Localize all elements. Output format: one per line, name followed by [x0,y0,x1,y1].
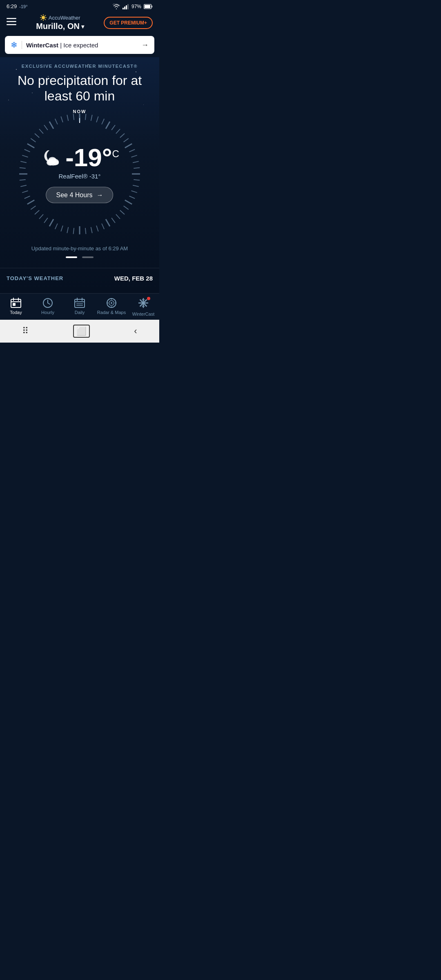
nav-today[interactable]: Today [0,298,32,316]
battery-level: 97% [131,4,141,9]
nav-daily-label: Daily [75,310,85,315]
nav-today-label: Today [10,310,22,315]
todays-weather-header: TODAY'S WEATHER WED, FEB 28 [0,268,159,285]
svg-rect-9 [7,24,16,25]
svg-rect-5 [145,5,150,8]
nav-radar[interactable]: Radar & Maps [96,298,127,316]
page-dots [0,256,159,268]
status-right: 97% [113,4,153,9]
update-text: Updated minute-by-minute as of 6:29 AM [0,237,159,256]
wintercast-badge [138,298,149,310]
nav-wintercast[interactable]: WinterCast [127,298,159,316]
nav-wintercast-label: WinterCast [132,312,154,316]
menu-button[interactable] [7,18,16,27]
svg-line-15 [41,15,42,16]
app-logo: AccuWeather [40,14,80,21]
chevron-down-icon: ▾ [81,23,84,30]
recents-button[interactable]: ⠿ [22,326,29,336]
radar-icon [106,298,117,308]
minutecast-label: EXCLUSIVE ACCUWEATHER MINUTECAST® [0,64,159,69]
wintercast-text: WinterCast | Ice expected [26,42,137,49]
dot-1 [66,256,77,258]
system-nav-bar: ⠿ ⬜ ‹ [0,320,159,343]
minutecast-gauge: // This is done via JS below NOW [16,111,143,237]
status-temp: -19° [19,4,27,9]
wifi-icon [113,4,120,9]
svg-rect-8 [7,21,16,22]
status-time: 6:29 [7,3,17,9]
premium-button[interactable]: GET PREMIUM+ [104,17,153,29]
nav-hourly-label: Hourly [41,310,54,315]
svg-line-30 [48,303,50,304]
app-header: AccuWeather Murillo, ON ▾ GET PREMIUM+ [0,11,159,36]
location-selector[interactable]: Murillo, ON ▾ [36,22,84,31]
back-button[interactable]: ‹ [134,326,137,336]
status-left: 6:29 -19° [7,3,28,9]
svg-point-39 [111,302,112,304]
battery-icon [144,4,153,9]
svg-rect-2 [126,5,127,9]
clock-icon [42,298,53,308]
svg-line-16 [45,19,45,20]
wintercast-banner[interactable]: ❄ WinterCast | Ice expected → [5,36,154,54]
svg-line-18 [41,19,42,20]
svg-rect-31 [75,299,85,307]
svg-rect-6 [151,5,153,7]
banner-divider [22,41,22,49]
svg-rect-7 [7,18,16,19]
calendar-daily-icon [74,298,85,308]
header-center: AccuWeather Murillo, ON ▾ [36,14,84,31]
svg-rect-3 [127,4,129,9]
nav-radar-label: Radar & Maps [97,310,126,315]
bottom-navigation: Today Hourly Daily [0,293,159,320]
dot-2 [82,256,94,258]
snowflake-icon: ❄ [11,40,18,50]
svg-rect-1 [124,7,125,9]
svg-rect-27 [13,303,16,306]
calendar-today-icon [11,298,21,308]
sun-icon [40,14,47,21]
svg-line-17 [45,15,45,16]
main-weather: EXCLUSIVE ACCUWEATHER MINUTECAST® No pre… [0,57,159,293]
status-bar: 6:29 -19° 97% [0,0,159,11]
nav-hourly[interactable]: Hourly [32,298,64,316]
nav-daily[interactable]: Daily [64,298,96,316]
minutecast-description: No precipitation for at least 60 min [0,73,159,104]
svg-rect-0 [122,8,124,9]
arrow-icon: → [141,41,149,49]
signal-icon [122,4,129,9]
notification-badge [147,297,150,300]
svg-point-10 [42,16,45,19]
home-button[interactable]: ⬜ [73,325,90,338]
svg-rect-23 [11,299,21,307]
